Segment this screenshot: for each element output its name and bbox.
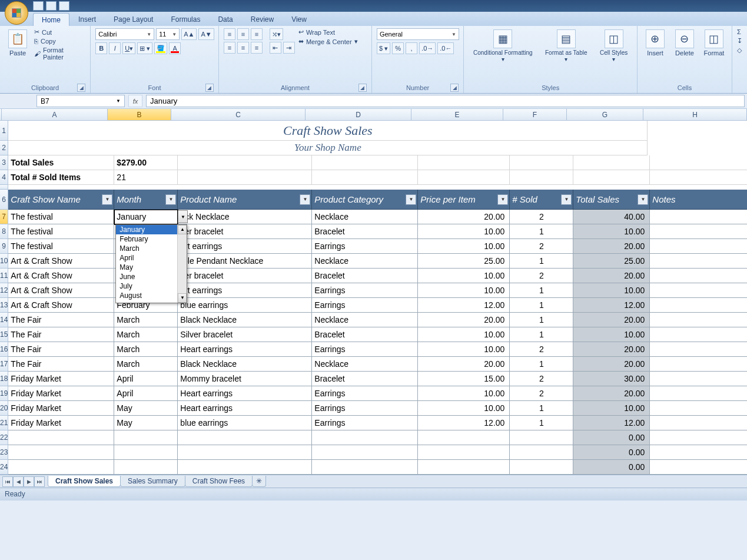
table-cell-price[interactable]: 20.00 [418, 357, 510, 372]
row-header-12[interactable]: 12 [0, 283, 8, 298]
table-cell-price[interactable]: 10.00 [418, 342, 510, 357]
align-left-button[interactable]: ≡ [224, 42, 235, 54]
tab-data[interactable]: Data [209, 12, 241, 26]
dropdown-option[interactable]: February [116, 234, 187, 244]
table-cell-price[interactable]: 12.00 [418, 416, 510, 430]
sheet-nav-prev-icon[interactable]: ◀ [13, 476, 24, 487]
cell[interactable] [573, 155, 650, 170]
format-cells-button[interactable]: ◫Format [701, 28, 727, 58]
sheet-nav-last-icon[interactable]: ⏭ [34, 476, 45, 487]
cell[interactable] [178, 155, 312, 170]
table-cell-show[interactable] [8, 445, 114, 460]
table-cell-show[interactable] [8, 460, 114, 475]
percent-button[interactable]: % [392, 42, 404, 54]
table-cell-price[interactable]: 10.00 [418, 401, 510, 416]
align-right-button[interactable]: ≡ [251, 42, 263, 54]
total-sales-label[interactable]: Total Sales [8, 155, 114, 170]
increase-indent-button[interactable]: ⇥ [283, 42, 295, 54]
new-sheet-button[interactable]: ✳ [252, 476, 266, 487]
row-header-16[interactable]: 16 [0, 342, 8, 357]
align-middle-button[interactable]: ≡ [237, 28, 249, 40]
filter-button[interactable]: ▼ [165, 194, 176, 205]
table-cell-category[interactable]: Necklace [312, 313, 418, 327]
table-cell-category[interactable] [312, 445, 418, 460]
font-dialog-icon[interactable]: ◢ [205, 84, 214, 92]
table-cell-show[interactable]: Friday Market [8, 401, 114, 416]
table-cell-notes[interactable] [650, 430, 747, 445]
row-header-13[interactable]: 13 [0, 298, 8, 313]
name-box[interactable]: B7▼ [36, 95, 125, 107]
table-cell-sold[interactable] [510, 430, 573, 445]
accounting-button[interactable]: $ ▾ [377, 42, 390, 54]
table-cell-month[interactable]: April [114, 372, 178, 386]
formula-bar[interactable]: January [146, 95, 745, 107]
table-cell-total[interactable]: 20.00 [573, 357, 650, 372]
table-cell-sold[interactable]: 2 [510, 372, 573, 386]
filter-button[interactable]: ▼ [406, 194, 416, 205]
row-header-23[interactable]: 23 [0, 445, 8, 460]
table-cell-sold[interactable]: 1 [510, 416, 573, 430]
sheet-tab-craft-show-fees[interactable]: Craft Show Fees [185, 476, 253, 487]
table-cell-month[interactable]: April [114, 386, 178, 401]
table-header--sold[interactable]: # Sold▼ [510, 190, 573, 210]
row-header-11[interactable]: 11 [0, 269, 8, 283]
table-cell-price[interactable]: 15.00 [418, 372, 510, 386]
border-button[interactable]: ⊞ ▾ [137, 42, 152, 54]
table-cell-show[interactable]: Art & Craft Show [8, 254, 114, 269]
font-size-combo[interactable]: 11▼ [156, 28, 180, 40]
table-cell-price[interactable]: 20.00 [418, 210, 510, 224]
table-cell-product[interactable]: Heart earrings [178, 401, 312, 416]
table-cell-notes[interactable] [650, 327, 747, 342]
table-cell-sold[interactable]: 1 [510, 254, 573, 269]
column-header-B[interactable]: B [108, 109, 171, 120]
number-format-combo[interactable]: General▼ [377, 28, 459, 40]
table-cell-sold[interactable]: 1 [510, 357, 573, 372]
table-cell-category[interactable]: Earrings [312, 416, 418, 430]
table-cell-product[interactable] [178, 460, 312, 475]
table-cell-category[interactable]: Earrings [312, 342, 418, 357]
sheet-tab-sales-summary[interactable]: Sales Summary [120, 476, 185, 487]
table-cell-show[interactable]: The festival [8, 239, 114, 254]
table-cell-month[interactable] [114, 430, 178, 445]
table-cell-notes[interactable] [650, 224, 747, 239]
table-cell-product[interactable]: art earrings [178, 239, 312, 254]
column-header-C[interactable]: C [171, 109, 306, 120]
table-cell-month[interactable]: March [114, 313, 178, 327]
decrease-decimal-button[interactable]: .0← [437, 42, 454, 54]
table-cell-price[interactable]: 10.00 [418, 386, 510, 401]
cell[interactable] [510, 155, 573, 170]
table-cell-month[interactable]: May [114, 416, 178, 430]
table-cell-category[interactable]: Earrings [312, 401, 418, 416]
dropdown-option[interactable]: August [116, 291, 187, 300]
table-cell-product[interactable] [178, 445, 312, 460]
table-cell-total[interactable]: 20.00 [573, 269, 650, 283]
row-header-19[interactable]: 19 [0, 386, 8, 401]
grow-font-button[interactable]: A▲ [181, 28, 197, 40]
table-cell-total[interactable]: 0.00 [573, 430, 650, 445]
table-cell-category[interactable]: Earrings [312, 298, 418, 313]
table-cell-total[interactable]: 20.00 [573, 386, 650, 401]
table-cell-sold[interactable]: 1 [510, 224, 573, 239]
table-cell-total[interactable]: 25.00 [573, 254, 650, 269]
table-cell-notes[interactable] [650, 357, 747, 372]
table-cell-product[interactable]: ver bracelet [178, 269, 312, 283]
fx-button[interactable]: fx [128, 95, 142, 107]
row-header-18[interactable]: 18 [0, 372, 8, 386]
table-cell-total[interactable]: 20.00 [573, 239, 650, 254]
table-cell-notes[interactable] [650, 283, 747, 298]
align-center-button[interactable]: ≡ [237, 42, 249, 54]
table-cell-month[interactable]: March [114, 342, 178, 357]
sheet-title[interactable]: Craft Show Sales [8, 121, 648, 141]
row-header-24[interactable]: 24 [0, 460, 8, 475]
table-cell-product[interactable]: ver bracelet [178, 224, 312, 239]
clear-button[interactable]: ◇ [737, 47, 742, 54]
filter-button[interactable]: ▼ [638, 194, 648, 205]
format-painter-button[interactable]: 🖌Format Painter [34, 47, 85, 61]
row-header-17[interactable]: 17 [0, 357, 8, 372]
table-cell-category[interactable] [312, 430, 418, 445]
row-header-15[interactable]: 15 [0, 327, 8, 342]
increase-decimal-button[interactable]: .0→ [419, 42, 436, 54]
row-header-10[interactable]: 10 [0, 254, 8, 269]
sheet-tab-craft-show-sales[interactable]: Craft Show Sales [48, 476, 121, 487]
qat-redo-icon[interactable] [59, 1, 69, 11]
